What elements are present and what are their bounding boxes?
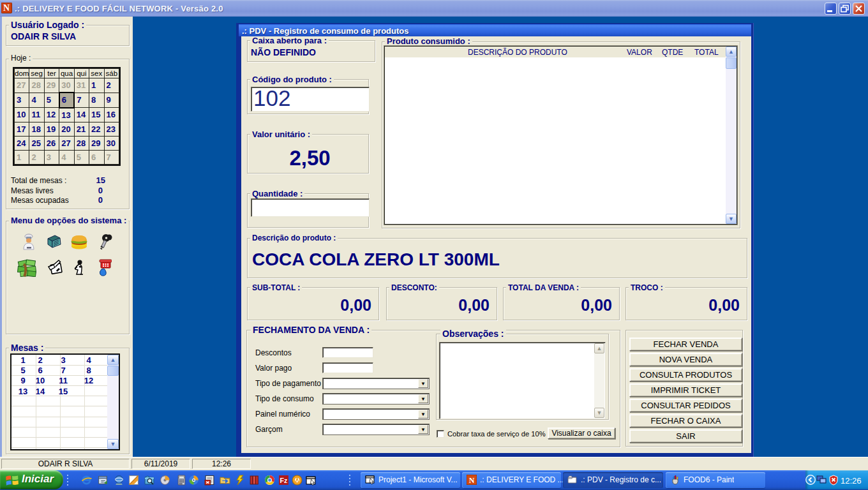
svg-text:Fz: Fz — [280, 477, 288, 484]
svg-text:N: N — [3, 3, 10, 13]
svg-text:N: N — [469, 476, 475, 485]
